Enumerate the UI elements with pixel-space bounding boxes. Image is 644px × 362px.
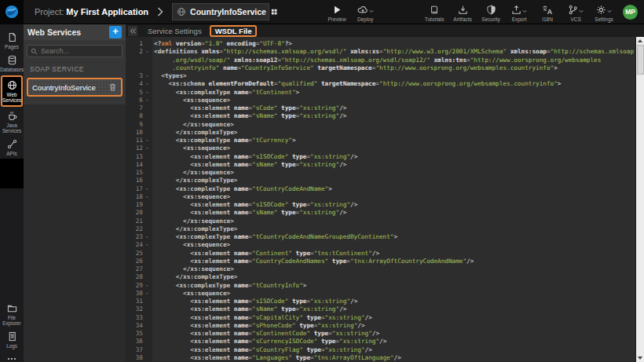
line-number: 16 xyxy=(126,177,145,185)
code-line: 25 <xs:element name="Continent" type="tn… xyxy=(126,250,635,258)
gutter: 36 xyxy=(126,338,152,346)
vertical-scrollbar xyxy=(635,37,644,362)
sidebar-item-label: Java Services xyxy=(0,122,24,133)
user-avatar[interactable]: MP xyxy=(623,5,638,20)
tutorials-icon xyxy=(430,5,439,15)
fold-gap xyxy=(145,322,152,330)
code-line: 31 <xs:element name="sISOCode" type="xs:… xyxy=(126,298,635,305)
preview-button[interactable]: Preview xyxy=(323,2,351,22)
fold-toggle-icon[interactable]: - xyxy=(145,282,152,290)
sidebar-item-pages[interactable]: Pages xyxy=(0,29,24,52)
line-number: 24 xyxy=(126,241,145,249)
fold-toggle-icon[interactable]: - xyxy=(145,72,152,80)
gutter: 25 xyxy=(126,250,152,258)
sidebar-item-web-services[interactable]: Web Services xyxy=(1,75,23,107)
fold-toggle-icon[interactable]: - xyxy=(145,185,152,193)
line-number: 36 xyxy=(126,338,145,346)
code-area[interactable]: 1<?xml version="1.0" encoding="UTF-8"?>2… xyxy=(126,37,635,362)
databases-icon xyxy=(7,55,17,65)
fold-toggle-icon[interactable]: - xyxy=(145,241,152,249)
fold-gap xyxy=(145,104,152,112)
vcs-button[interactable]: VCS xyxy=(562,2,590,22)
tab-wsdl-file[interactable]: WSDL File xyxy=(210,25,258,37)
artifacts-button[interactable]: Artifacts xyxy=(448,2,477,22)
line-number: 18 xyxy=(126,193,145,201)
fold-gap xyxy=(145,218,152,225)
gutter: 35 xyxy=(126,330,152,338)
delete-service-icon[interactable] xyxy=(108,82,117,92)
gutter: 3- xyxy=(126,72,152,80)
fold-gap xyxy=(145,298,152,305)
code-line: 12- <xs:sequence> xyxy=(126,144,635,152)
security-button[interactable]: Security xyxy=(477,2,505,22)
gutter: 24- xyxy=(126,241,152,249)
logs-icon xyxy=(7,331,17,342)
fold-toggle-icon[interactable]: - xyxy=(145,80,152,88)
editor-tabbar: Service Settings WSDL File xyxy=(126,24,644,37)
search-input[interactable] xyxy=(41,47,119,55)
sidebar-item-label: File Explorer xyxy=(0,315,24,326)
fold-toggle-icon[interactable]: - xyxy=(145,144,152,152)
deploy-label: Deploy xyxy=(357,16,373,22)
line-number: 8 xyxy=(126,112,145,120)
fold-gap xyxy=(145,40,152,48)
tab-service-name: CountryInfoService xyxy=(190,7,266,16)
settings-button[interactable]: Settings xyxy=(590,2,618,22)
sidebar-item-apis[interactable]: APIs xyxy=(0,136,24,159)
fold-gap xyxy=(145,201,152,209)
code-line: 20 <xs:element name="sName" type="xs:str… xyxy=(126,209,635,217)
scroll-down-icon[interactable] xyxy=(636,354,644,362)
fold-toggle-icon[interactable]: - xyxy=(145,233,152,241)
fold-gap xyxy=(145,305,152,313)
preview-label: Preview xyxy=(328,16,346,22)
tab-service-settings[interactable]: Service Settings xyxy=(148,27,202,35)
fold-toggle-icon[interactable]: - xyxy=(145,89,152,97)
sidebar-item-logs[interactable]: Logs xyxy=(0,328,24,351)
fold-gap xyxy=(145,265,152,273)
panel-top: SOAP SERVICE CountryInfoService xyxy=(24,40,126,104)
more-options-icon[interactable] xyxy=(0,353,24,362)
sidebar-item-databases[interactable]: Databases xyxy=(0,52,24,75)
line-number: 26 xyxy=(126,258,145,265)
security-label: Security xyxy=(481,16,499,22)
line-number: 12 xyxy=(126,144,145,152)
fold-toggle-icon[interactable]: - xyxy=(145,290,152,298)
gutter: 26 xyxy=(126,258,152,265)
fold-toggle-icon[interactable]: - xyxy=(145,137,152,144)
app-logo[interactable] xyxy=(0,0,24,24)
fold-gap xyxy=(145,258,152,265)
line-number xyxy=(126,64,145,72)
export-button[interactable]: Export xyxy=(505,2,533,22)
fold-toggle-icon[interactable]: - xyxy=(145,48,152,56)
line-number: 7 xyxy=(126,104,145,112)
code-line: 24- <xs:sequence> xyxy=(126,241,635,249)
add-service-button[interactable]: + xyxy=(109,26,122,38)
grid-view-icon[interactable] xyxy=(270,8,278,16)
service-item-countryinfoservice[interactable]: CountryInfoService xyxy=(27,78,123,97)
sidebar-item-file-explorer[interactable]: File Explorer xyxy=(0,300,24,328)
line-number: 15 xyxy=(126,169,145,177)
i18n-button[interactable]: AI18N xyxy=(533,2,562,22)
sidebar-item-java-services[interactable]: Java Services xyxy=(0,108,24,136)
code-line: 16 </xs:complexType> xyxy=(126,177,635,185)
fold-gap xyxy=(145,330,152,338)
artifacts-label: Artifacts xyxy=(453,16,471,22)
tutorials-button[interactable]: Tutorials xyxy=(420,2,448,22)
vcs-label: VCS xyxy=(570,16,580,22)
project-name: My First Application xyxy=(66,7,148,16)
fold-toggle-icon[interactable]: - xyxy=(145,193,152,201)
fold-gap xyxy=(145,177,152,185)
fold-gap xyxy=(145,57,152,64)
scroll-up-icon[interactable] xyxy=(636,37,644,45)
line-number: 34 xyxy=(126,322,145,330)
fold-toggle-icon[interactable]: - xyxy=(145,97,152,104)
service-search[interactable] xyxy=(27,45,123,57)
scrollbar-thumb[interactable] xyxy=(637,45,644,75)
gutter: 22 xyxy=(126,225,152,233)
collapse-panel-icon[interactable] xyxy=(128,26,137,36)
line-number: 33 xyxy=(126,314,145,322)
gutter: 30- xyxy=(126,290,152,298)
open-service-tab[interactable]: CountryInfoService xyxy=(172,3,269,20)
deploy-button[interactable]: Deploy xyxy=(351,2,379,22)
vcs-icon xyxy=(568,5,578,15)
